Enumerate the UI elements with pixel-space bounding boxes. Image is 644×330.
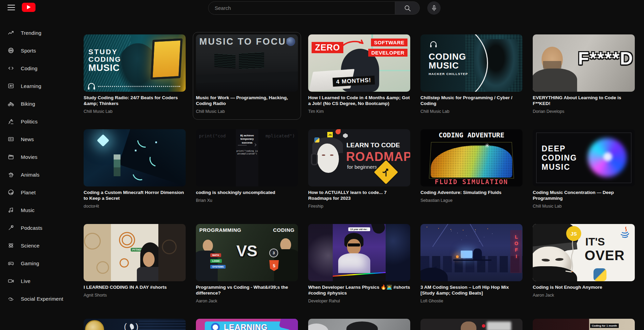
video-channel[interactable]: Chill Music Lab	[420, 109, 523, 114]
voice-search-button[interactable]	[427, 1, 441, 15]
video-thumbnail[interactable]: Coding for 1 month	[533, 319, 635, 330]
sidebar-item-podcasts[interactable]: Podcasts	[0, 219, 84, 237]
video-card[interactable]: JS LEARN TO CODE ROADMAP for beginners H…	[308, 129, 410, 210]
video-card[interactable]: STUDY CODING MUSIC Study Coding Radio: 2…	[84, 34, 186, 116]
video-card[interactable]: LOFI 3 AM Coding Session – Lofi Hip Hop …	[420, 224, 523, 305]
video-thumbnail[interactable]: STUDY CODING MUSIC	[84, 34, 186, 92]
video-thumbnail[interactable]: JS IT'S OVER	[533, 224, 635, 281]
video-thumbnail[interactable]: F****D	[533, 34, 635, 92]
video-channel[interactable]: Fireship	[308, 204, 410, 209]
video-thumbnail[interactable]: print("cod mplicated") B) achieve tempor…	[196, 129, 298, 186]
video-thumbnail[interactable]	[84, 129, 186, 186]
video-channel[interactable]: Lofi Ghostie	[420, 299, 523, 303]
sidebar-item-label: News	[21, 136, 34, 142]
video-card[interactable]: ZERO SOFTWARE DEVELOPER 4 MONTHS! How I …	[308, 34, 410, 116]
sidebar-item-politics[interactable]: Politics	[0, 112, 84, 130]
video-channel[interactable]: doctor4t	[84, 204, 186, 209]
video-channel[interactable]: Dorian Develops	[533, 109, 635, 114]
video-card[interactable]: Coding for 1 month	[533, 319, 635, 330]
video-thumbnail[interactable]: MUSIC TO FOCUS	[196, 34, 298, 92]
video-card[interactable]: LEARNING	[196, 319, 298, 330]
video-title[interactable]: When Developer Learns Physics 🔥👨‍💻 #shor…	[308, 284, 410, 296]
search-input[interactable]	[208, 1, 395, 15]
video-channel[interactable]: Sebastian Lague	[420, 198, 523, 203]
video-card[interactable]: print("cod mplicated") B) achieve tempor…	[196, 129, 298, 210]
video-thumbnail[interactable]	[308, 319, 410, 330]
video-thumbnail[interactable]: PROGRAMMING CODING VS MATH LOGIC SYSTEMS…	[196, 224, 298, 281]
video-title[interactable]: How I Learned to Code in 4 Months &amp; …	[308, 95, 410, 106]
video-card[interactable]: PROGRAMMING CODING VS MATH LOGIC SYSTEMS…	[196, 224, 298, 305]
video-title[interactable]: 3 AM Coding Session – Lofi Hip Hop Mix […	[420, 284, 523, 296]
video-thumbnail[interactable]: CODING ADVENTURE ✳ FLUID SIMULATION	[420, 129, 523, 186]
video-card[interactable]: ( )	[84, 319, 186, 330]
headphones-icon	[87, 81, 96, 90]
video-thumbnail[interactable]: CODING MUSIC HACKER CHILLSTEP	[420, 34, 523, 92]
video-channel[interactable]: Brian Xu	[196, 198, 298, 203]
video-channel[interactable]: Chill Music Lab	[84, 109, 186, 114]
video-title[interactable]: Coding is Not Enough Anymore	[533, 284, 635, 290]
sidebar-item-gaming[interactable]: Gaming	[0, 254, 84, 272]
monitor-decor	[239, 52, 264, 69]
video-thumbnail[interactable]: DEEP CODING MUSIC	[533, 129, 635, 186]
sidebar-item-movies[interactable]: Movies	[0, 148, 84, 166]
video-card[interactable]: Coding a Custom Minecraft Horror Dimensi…	[84, 129, 186, 210]
sidebar-item-trending[interactable]: Trending	[0, 24, 84, 42]
search-button[interactable]	[395, 1, 420, 15]
video-card[interactable]: CODING MUSIC HACKER CHILLSTEP Chillstep …	[420, 34, 523, 116]
sidebar-item-news[interactable]: News	[0, 130, 84, 148]
video-thumbnail[interactable]: LEARNING	[196, 319, 298, 330]
sidebar-item-sports[interactable]: Sports	[0, 42, 84, 59]
music-note-icon	[8, 207, 14, 213]
video-title[interactable]: EVERYTHING About Learning to Code is F**…	[533, 95, 635, 106]
video-title[interactable]: Music for Work — Programming, Hacking, C…	[196, 95, 298, 106]
thumb-text-line: PROGRAMMING	[199, 227, 241, 233]
video-thumbnail[interactable]: LOFI	[420, 224, 523, 281]
video-thumbnail[interactable]: PYTHON	[84, 224, 186, 281]
sidebar-item-social-experiment[interactable]: Social Experiment	[0, 290, 84, 308]
sidebar-item-biking[interactable]: Biking	[0, 95, 84, 112]
video-thumbnail[interactable]: JS LEARN TO CODE ROADMAP for beginners	[308, 129, 410, 186]
video-channel[interactable]: Aaron Jack	[196, 299, 298, 303]
video-title[interactable]: I LEARNED CODING IN A DAY #shorts	[84, 284, 186, 290]
video-title[interactable]: Chillstep Music for Programming / Cyber …	[420, 95, 523, 106]
sidebar-item-live[interactable]: Live	[0, 272, 84, 290]
video-card[interactable]: CODING ADVENTURE ✳ FLUID SIMULATION Codi…	[420, 129, 523, 210]
sidebar-item-planet[interactable]: Planet	[0, 183, 84, 201]
video-card[interactable]: DEEP CODING MUSIC Coding Music Concentra…	[533, 129, 635, 210]
video-channel[interactable]: Tim Kim	[308, 109, 410, 114]
video-card[interactable]	[420, 319, 523, 330]
video-card[interactable]: 13 year old me : When Developer Learns P…	[308, 224, 410, 305]
video-title[interactable]: Programming vs Coding - What&#39;s the d…	[196, 284, 298, 296]
video-title[interactable]: How to ACTUALLY learn to code... 7 Roadm…	[308, 190, 410, 201]
video-title[interactable]: Coding Adventure: Simulating Fluids	[420, 190, 523, 195]
video-title[interactable]: Coding a Custom Minecraft Horror Dimensi…	[84, 190, 186, 201]
video-channel[interactable]: Aaron Jack	[533, 293, 635, 298]
sidebar-item-coding[interactable]: Coding	[0, 59, 84, 77]
video-title[interactable]: coding is shockingly uncomplicated	[196, 190, 298, 195]
sidebar-item-label: Planet	[21, 190, 36, 195]
video-card[interactable]: MUSIC TO FOCUS Music for Work — Programm…	[196, 34, 298, 116]
video-channel[interactable]: Chill Music Lab	[533, 204, 635, 209]
youtube-logo[interactable]	[22, 3, 35, 12]
sidebar-item-science[interactable]: Science	[0, 237, 84, 254]
video-channel[interactable]: Developer Rahul	[308, 299, 410, 303]
sidebar-item-animals[interactable]: Animals	[0, 166, 84, 183]
video-thumbnail[interactable]: ZERO SOFTWARE DEVELOPER 4 MONTHS!	[308, 34, 410, 92]
video-card[interactable]: F****D EVERYTHING About Learning to Code…	[533, 34, 635, 116]
video-thumbnail[interactable]: ( )	[84, 319, 186, 330]
video-thumbnail[interactable]	[420, 319, 523, 330]
sidebar-item-learning[interactable]: Learning	[0, 77, 84, 95]
video-card[interactable]: PYTHON I LEARNED CODING IN A DAY #shorts…	[84, 224, 186, 305]
video-title[interactable]: Coding Music Concentration — Deep Progra…	[533, 190, 635, 201]
video-card[interactable]: JS IT'S OVER Coding is Not Enough Anymor…	[533, 224, 635, 305]
thumb-text-line: FLUID SIMULATION	[420, 178, 523, 185]
sidebar-item-music[interactable]: Music	[0, 201, 84, 219]
menu-icon[interactable]	[8, 4, 15, 11]
video-channel[interactable]: Chill Music Lab	[196, 109, 298, 114]
sidebar-item-label: Music	[21, 207, 34, 213]
video-card[interactable]	[308, 319, 410, 330]
video-thumbnail[interactable]: 13 year old me :	[308, 224, 410, 281]
thumb-text-line: MUSIC	[429, 61, 468, 70]
video-title[interactable]: Study Coding Radio: 24/7 Beats for Coder…	[84, 95, 186, 106]
video-channel[interactable]: Agnit Shorts	[84, 293, 186, 298]
